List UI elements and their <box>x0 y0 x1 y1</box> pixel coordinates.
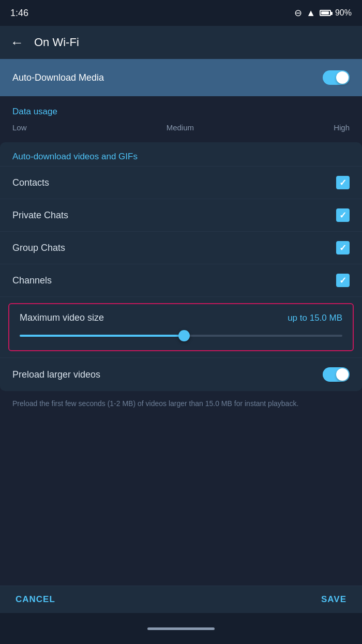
contacts-checkbox[interactable]: ✓ <box>336 176 350 189</box>
group-chats-label: Group Chats <box>12 243 65 253</box>
cancel-button[interactable]: CANCEL <box>16 594 55 605</box>
back-button[interactable]: ← <box>10 35 24 51</box>
description-section: Preload the first few seconds (1-2 MB) o… <box>0 391 362 418</box>
private-chats-label: Private Chats <box>12 210 68 221</box>
bottom-bar: CANCEL SAVE <box>0 586 362 613</box>
auto-download-toggle[interactable] <box>323 70 350 85</box>
battery-icon <box>320 10 331 16</box>
data-usage-scale: Low Medium High <box>12 121 350 137</box>
scale-low: Low <box>12 123 27 132</box>
private-chats-checkbox[interactable]: ✓ <box>336 208 350 222</box>
contacts-row[interactable]: Contacts ✓ <box>0 166 362 199</box>
channels-checkmark: ✓ <box>339 275 346 286</box>
max-video-wrapper: Maximum video size up to 15.0 MB <box>0 296 362 357</box>
contacts-label: Contacts <box>12 177 49 188</box>
group-chats-checkbox[interactable]: ✓ <box>336 241 350 254</box>
nav-bar <box>0 613 362 644</box>
auto-download-row[interactable]: Auto-Download Media <box>0 59 362 96</box>
private-chats-row[interactable]: Private Chats ✓ <box>0 199 362 231</box>
preload-label: Preload larger videos <box>12 369 100 380</box>
max-video-label: Maximum video size <box>20 312 104 323</box>
status-bar: 1:46 ⊖ ▲ 90% <box>0 0 362 26</box>
max-video-row: Maximum video size up to 15.0 MB <box>20 312 342 323</box>
preload-row[interactable]: Preload larger videos <box>0 357 362 391</box>
channels-checkbox[interactable]: ✓ <box>336 274 350 287</box>
scale-high: High <box>334 123 350 132</box>
channels-label: Channels <box>12 275 52 286</box>
slider-thumb[interactable] <box>178 330 190 341</box>
group-chats-checkmark: ✓ <box>339 243 346 253</box>
private-chats-checkmark: ✓ <box>339 210 346 221</box>
wifi-icon: ▲ <box>306 8 315 19</box>
max-video-value: up to 15.0 MB <box>288 313 342 323</box>
max-video-section[interactable]: Maximum video size up to 15.0 MB <box>8 303 354 351</box>
data-usage-section: Data usage Low Medium High <box>0 96 362 142</box>
video-size-slider[interactable] <box>20 331 342 341</box>
app-bar: ← On Wi-Fi <box>0 26 362 59</box>
channels-row[interactable]: Channels ✓ <box>0 264 362 296</box>
status-time: 1:46 <box>10 8 28 19</box>
auto-download-label: Auto-Download Media <box>12 72 104 83</box>
battery-percent: 90% <box>335 8 352 18</box>
toggle-thumb <box>336 71 349 84</box>
nav-indicator <box>147 627 215 630</box>
auto-download-videos-label: Auto-download videos and GIFs <box>0 142 362 166</box>
scale-medium: Medium <box>167 123 194 132</box>
settings-card: Auto-download videos and GIFs Contacts ✓… <box>0 142 362 391</box>
status-icons: ⊖ ▲ 90% <box>294 7 352 19</box>
contacts-checkmark: ✓ <box>339 177 346 188</box>
data-usage-label: Data usage <box>12 107 350 117</box>
preload-toggle-thumb <box>336 368 349 381</box>
dnd-icon: ⊖ <box>294 7 302 19</box>
description-text: Preload the first few seconds (1-2 MB) o… <box>12 399 298 408</box>
app-title: On Wi-Fi <box>34 36 79 49</box>
preload-toggle[interactable] <box>323 367 350 382</box>
spacer <box>0 418 362 429</box>
slider-track-fill <box>20 335 184 337</box>
save-button[interactable]: SAVE <box>321 594 346 605</box>
group-chats-row[interactable]: Group Chats ✓ <box>0 231 362 264</box>
